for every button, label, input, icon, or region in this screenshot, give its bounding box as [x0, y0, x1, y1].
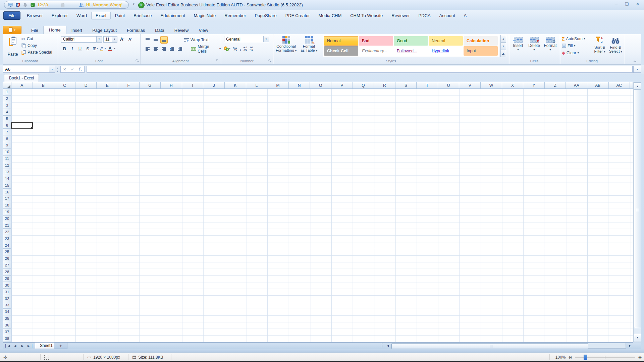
row-header-3[interactable]: 3 — [3, 102, 11, 109]
h-scroll-right-button[interactable]: ▶ — [627, 343, 633, 349]
fill-color-button[interactable]: ▾ — [99, 45, 106, 52]
column-header-a[interactable]: A — [11, 82, 33, 89]
row-header-23[interactable]: 23 — [3, 235, 11, 242]
cell-style-normal[interactable]: Normal — [324, 36, 358, 46]
row-header-8[interactable]: 8 — [3, 135, 11, 142]
increase-indent-button[interactable] — [176, 46, 183, 52]
formula-bar-expand-button[interactable]: ▾ — [633, 66, 641, 73]
decrease-indent-button[interactable] — [168, 46, 175, 52]
font-color-button[interactable]: A — [107, 45, 113, 52]
format-as-table-button[interactable]: ✎ Formatas Table ▾ — [298, 35, 320, 59]
horizontal-scrollbar-thumb[interactable] — [391, 343, 588, 349]
fill-handle[interactable] — [31, 127, 33, 129]
row-header-28[interactable]: 28 — [3, 269, 11, 276]
menu-item-browser[interactable]: Browser — [22, 12, 47, 19]
row-header-5[interactable]: 5 — [3, 116, 11, 122]
cell-style-hyperlink[interactable]: Hyperlink — [429, 46, 463, 56]
last-sheet-button[interactable]: ▶▕ — [26, 344, 34, 348]
ribbon-tab-file[interactable]: File — [26, 26, 43, 34]
align-bottom-button[interactable] — [160, 36, 168, 44]
row-header-35[interactable]: 35 — [3, 315, 11, 322]
bold-button[interactable]: B — [61, 45, 68, 52]
zoom-slider[interactable] — [575, 357, 635, 358]
row-header-24[interactable]: 24 — [3, 242, 11, 249]
cell-style-calculation[interactable]: Calculation — [464, 36, 498, 46]
prev-sheet-button[interactable]: ◀ — [11, 344, 19, 348]
strikethrough-button[interactable]: S — [84, 45, 91, 52]
formula-input[interactable] — [87, 66, 633, 73]
column-header-w[interactable]: W — [481, 82, 502, 89]
row-header-32[interactable]: 32 — [3, 295, 11, 302]
row-header-33[interactable]: 33 — [3, 302, 11, 309]
copy-button[interactable]: Copy — [21, 43, 52, 48]
insert-function-button[interactable]: ƒx — [78, 66, 82, 72]
align-middle-button[interactable] — [152, 37, 159, 43]
column-header-f[interactable]: F — [118, 82, 140, 89]
format-cells-button[interactable]: ⚙ Format ▾ — [542, 36, 558, 58]
monitor-icon[interactable] — [8, 2, 13, 8]
cell-style-bad[interactable]: Bad — [359, 36, 393, 46]
row-header-9[interactable]: 9 — [3, 142, 11, 149]
close-button[interactable]: ✕ — [635, 2, 641, 6]
first-sheet-button[interactable]: ▏◀ — [4, 344, 11, 348]
column-header-ab[interactable]: AB — [587, 82, 609, 89]
row-header-4[interactable]: 4 — [3, 109, 11, 116]
font-size-select[interactable]: 11 ▾ — [103, 36, 117, 43]
cell-style-check-cell[interactable]: Check Cell — [324, 46, 358, 56]
row-header-37[interactable]: 37 — [3, 329, 11, 336]
row-header-30[interactable]: 30 — [3, 282, 11, 289]
insert-cells-button[interactable]: ← Insert ▾ — [510, 36, 526, 58]
fill-button[interactable]: Fill▾ — [562, 43, 585, 49]
gallery-expand-button[interactable]: ▾ — [500, 50, 506, 57]
menu-item-reviewer[interactable]: Reviewer — [387, 12, 414, 19]
underline-button[interactable]: U — [76, 45, 84, 52]
add-sheet-button[interactable]: + — [54, 343, 67, 349]
row-header-17[interactable]: 17 — [3, 195, 11, 202]
cancel-entry-button[interactable]: ✕ — [63, 67, 66, 72]
find-select-button[interactable]: Find &Select ▾ — [608, 36, 623, 58]
column-header-c[interactable]: C — [54, 82, 75, 89]
column-header-l[interactable]: L — [246, 82, 268, 89]
ribbon-tab-data[interactable]: Data — [150, 26, 169, 34]
menu-item-word[interactable]: Word — [72, 12, 91, 19]
bell-icon[interactable] — [22, 2, 28, 8]
row-header-29[interactable]: 29 — [3, 276, 11, 282]
ribbon-tab-view[interactable]: View — [194, 26, 213, 34]
column-header-s[interactable]: S — [395, 82, 417, 89]
row-header-36[interactable]: 36 — [3, 322, 11, 329]
menu-item-briefcase[interactable]: Briefcase — [129, 12, 156, 19]
menu-item-account[interactable]: Account — [435, 12, 460, 19]
ribbon-tab-insert[interactable]: Insert — [66, 26, 88, 34]
comma-button[interactable]: , — [239, 46, 241, 52]
align-right-button[interactable] — [160, 46, 167, 52]
menu-item-paint[interactable]: Paint — [111, 12, 129, 19]
row-header-7[interactable]: 7 — [3, 129, 11, 135]
menu-item-remember[interactable]: Remember — [220, 12, 250, 19]
minimize-button[interactable]: ─ — [613, 2, 619, 6]
menu-item-pdca[interactable]: PDCA — [414, 12, 435, 19]
cell-style-explanatory[interactable]: Explanatory... — [359, 46, 393, 56]
column-header-o[interactable]: O — [310, 82, 331, 89]
accounting-format-button[interactable]: € $ ▾ — [223, 45, 230, 52]
row-header-14[interactable]: 14 — [3, 175, 11, 182]
row-header-16[interactable]: 16 — [3, 189, 11, 195]
wrap-text-button[interactable]: Wrap Text — [184, 37, 209, 43]
column-header-q[interactable]: Q — [353, 82, 374, 89]
active-cell-outline[interactable] — [11, 122, 33, 129]
package-icon[interactable] — [60, 2, 65, 8]
gallery-scroll-up-button[interactable]: ▲ — [500, 35, 506, 43]
scroll-down-button[interactable]: ▼ — [634, 334, 641, 341]
clear-button[interactable]: ◆ Clear▾ — [562, 50, 585, 56]
column-header-ac[interactable]: AC — [609, 82, 630, 89]
row-header-18[interactable]: 18 — [3, 202, 11, 209]
document-tab[interactable]: Book1 - Excel — [4, 74, 39, 82]
autosum-button[interactable]: Σ AutoSum▾ — [562, 36, 585, 42]
vertical-scrollbar-thumb[interactable] — [634, 89, 641, 328]
conditional-formatting-button[interactable]: ConditionalFormatting ▾ — [275, 35, 297, 59]
paste-special-button[interactable]: Paste Special — [21, 50, 52, 55]
sort-filter-button[interactable]: A Z Sort &Filter ▾ — [592, 36, 607, 58]
menu-item-file[interactable]: File — [3, 11, 20, 20]
column-header-aa[interactable]: AA — [566, 82, 587, 89]
name-box[interactable]: A6 ▾ — [3, 66, 55, 73]
menu-item-explorer[interactable]: Explorer — [47, 12, 72, 19]
